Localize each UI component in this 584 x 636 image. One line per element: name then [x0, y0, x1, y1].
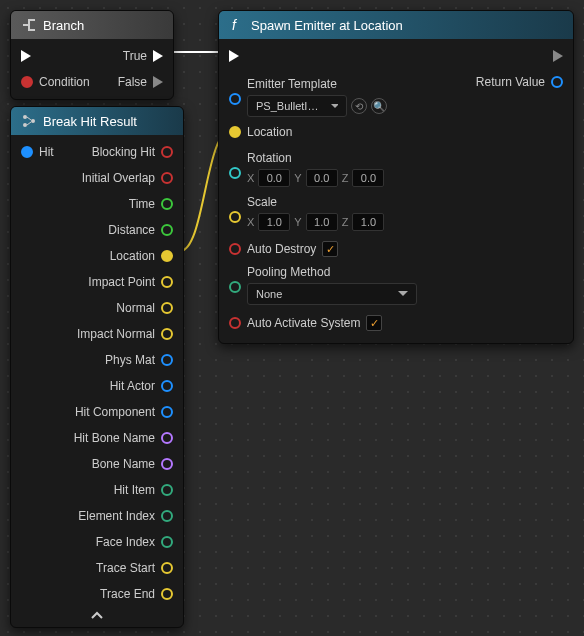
rotation-x-input[interactable]: [258, 169, 290, 187]
spawn-exec-out[interactable]: [553, 50, 563, 62]
branch-condition-in[interactable]: Condition: [21, 75, 90, 89]
bool-pin-icon: [229, 243, 241, 255]
break-out-face-index[interactable]: Face Index: [96, 535, 173, 549]
emitter-template-dropdown[interactable]: PS_BulletImpac: [247, 95, 347, 117]
collapse-pins-button[interactable]: [11, 607, 183, 623]
break-out-impact-normal[interactable]: Impact Normal: [77, 327, 173, 341]
name-pin-icon: [161, 458, 173, 470]
object-pin-icon: [161, 380, 173, 392]
break-hit-result-node[interactable]: Break Hit Result Hit Blocking Hit Initia…: [10, 106, 184, 628]
scale-z-input[interactable]: [352, 213, 384, 231]
chevron-down-icon: [331, 104, 338, 109]
emitter-template-label: Emitter Template: [247, 75, 387, 95]
svg-point-2: [31, 119, 35, 123]
break-struct-icon: [21, 113, 37, 129]
rotation-label: Rotation: [247, 149, 384, 169]
scale-x-input[interactable]: [258, 213, 290, 231]
svg-text:f: f: [232, 17, 238, 33]
object-pin-icon: [551, 76, 563, 88]
object-pin-icon: [161, 406, 173, 418]
break-out-location[interactable]: Location: [110, 249, 173, 263]
spawn-return-out[interactable]: Return Value: [476, 75, 563, 89]
break-header: Break Hit Result: [11, 107, 183, 135]
name-pin-icon: [161, 432, 173, 444]
svg-point-0: [23, 115, 27, 119]
vector-pin-icon: [161, 588, 173, 600]
browse-button[interactable]: 🔍: [371, 98, 387, 114]
auto-activate-in[interactable]: Auto Activate System: [229, 315, 382, 331]
scale-label: Scale: [247, 193, 384, 213]
vector-pin-icon[interactable]: [229, 211, 241, 223]
float-pin-icon: [161, 198, 173, 210]
break-out-time[interactable]: Time: [129, 197, 173, 211]
break-out-blocking-hit[interactable]: Blocking Hit: [92, 145, 173, 159]
branch-exec-in[interactable]: [21, 50, 31, 62]
branch-false-out[interactable]: False: [118, 75, 163, 89]
break-out-bone-name[interactable]: Bone Name: [92, 457, 173, 471]
bool-pin-icon: [21, 76, 33, 88]
bool-pin-icon: [229, 317, 241, 329]
auto-activate-checkbox[interactable]: [366, 315, 382, 331]
break-out-hit-actor[interactable]: Hit Actor: [110, 379, 173, 393]
object-pin-icon: [161, 354, 173, 366]
rotation-y-input[interactable]: [306, 169, 338, 187]
break-title: Break Hit Result: [43, 114, 137, 129]
branch-node[interactable]: Branch True Condition False: [10, 10, 174, 100]
auto-destroy-checkbox[interactable]: [322, 241, 338, 257]
struct-pin-icon: [21, 146, 33, 158]
break-out-trace-end[interactable]: Trace End: [100, 587, 173, 601]
break-out-hit-item[interactable]: Hit Item: [114, 483, 173, 497]
rotation-z-input[interactable]: [352, 169, 384, 187]
branch-title: Branch: [43, 18, 84, 33]
rotator-pin-icon[interactable]: [229, 167, 241, 179]
function-icon: f: [229, 17, 245, 33]
break-out-phys-mat[interactable]: Phys Mat: [105, 353, 173, 367]
break-out-element-index[interactable]: Element Index: [78, 509, 173, 523]
break-out-distance[interactable]: Distance: [108, 223, 173, 237]
spawn-title: Spawn Emitter at Location: [251, 18, 403, 33]
vector-pin-icon: [161, 250, 173, 262]
reset-button[interactable]: ⟲: [351, 98, 367, 114]
break-out-impact-point[interactable]: Impact Point: [88, 275, 173, 289]
spawn-emitter-node[interactable]: f Spawn Emitter at Location Emitter Temp…: [218, 10, 574, 344]
chevron-up-icon: [91, 611, 103, 619]
break-out-trace-start[interactable]: Trace Start: [96, 561, 173, 575]
pooling-method-dropdown[interactable]: None: [247, 283, 417, 305]
break-out-hit-component[interactable]: Hit Component: [75, 405, 173, 419]
bool-pin-icon: [161, 172, 173, 184]
spawn-header: f Spawn Emitter at Location: [219, 11, 573, 39]
break-out-hit-bone-name[interactable]: Hit Bone Name: [74, 431, 173, 445]
enum-pin-icon[interactable]: [229, 281, 241, 293]
vector-pin-icon: [161, 328, 173, 340]
break-out-normal[interactable]: Normal: [116, 301, 173, 315]
pooling-method-label: Pooling Method: [247, 263, 417, 283]
branch-icon: [21, 17, 37, 33]
int-pin-icon: [161, 536, 173, 548]
vector-pin-icon: [161, 302, 173, 314]
vector-pin-icon: [161, 276, 173, 288]
branch-true-out[interactable]: True: [123, 49, 163, 63]
scale-y-input[interactable]: [306, 213, 338, 231]
branch-header: Branch: [11, 11, 173, 39]
svg-point-1: [23, 123, 27, 127]
auto-destroy-in[interactable]: Auto Destroy: [229, 241, 338, 257]
break-body: Hit Blocking Hit Initial Overlap Time Di…: [11, 135, 183, 627]
spawn-exec-in[interactable]: [229, 50, 239, 62]
vector-pin-icon: [161, 562, 173, 574]
float-pin-icon: [161, 224, 173, 236]
int-pin-icon: [161, 484, 173, 496]
vector-pin-icon: [229, 126, 241, 138]
chevron-down-icon: [398, 291, 408, 297]
spawn-location-in[interactable]: Location: [229, 125, 292, 139]
break-out-initial-overlap[interactable]: Initial Overlap: [82, 171, 173, 185]
bool-pin-icon: [161, 146, 173, 158]
int-pin-icon: [161, 510, 173, 522]
break-hit-in[interactable]: Hit: [21, 145, 54, 159]
object-pin-icon[interactable]: [229, 93, 241, 105]
